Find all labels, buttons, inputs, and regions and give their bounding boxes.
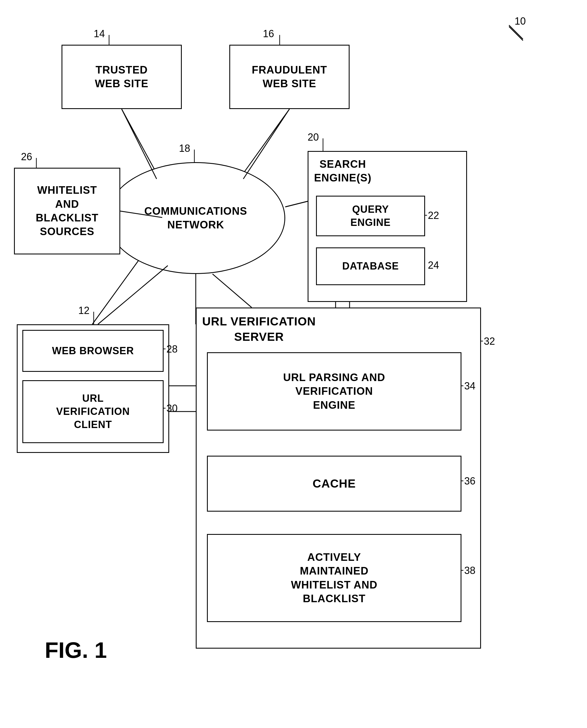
fraudulent-web-site-label: FRAUDULENTWEB SITE	[252, 63, 327, 91]
fraudulent-web-site-box: FRAUDULENTWEB SITE	[229, 45, 350, 109]
ref-16: 16	[263, 28, 274, 40]
svg-line-25	[243, 109, 289, 179]
url-verification-server-label: URL VERIFICATIONSERVER	[202, 314, 316, 344]
svg-line-2	[243, 109, 289, 173]
database-box: DATABASE	[316, 247, 425, 285]
svg-line-1	[122, 109, 157, 173]
ref-26: 26	[21, 151, 32, 163]
ref-18: 18	[179, 143, 190, 154]
fig-label: FIG. 1	[45, 637, 107, 663]
query-engine-label: QUERYENGINE	[350, 203, 391, 229]
web-browser-label: WEB BROWSER	[52, 344, 134, 358]
ref-22: 22	[428, 210, 439, 221]
ref-14: 14	[94, 28, 105, 40]
ref-36: 36	[464, 475, 475, 487]
ref-34: 34	[464, 380, 475, 392]
url-parsing-engine-label: URL PARSING ANDVERIFICATIONENGINE	[283, 371, 385, 412]
communications-network-label: COMMUNICATIONSNETWORK	[144, 204, 247, 232]
whitelist-blacklist-sources-label: WHITELISTANDBLACKLISTSOURCES	[36, 184, 98, 239]
actively-maintained-label: ACTIVELYMAINTAINEDWHITELIST ANDBLACKLIST	[291, 551, 377, 606]
ref-12: 12	[78, 305, 90, 316]
ref-24: 24	[428, 260, 439, 271]
svg-line-0	[509, 25, 523, 39]
ref-10: 10	[515, 15, 526, 27]
diagram: 10 TRUSTEDWEB SITE 14 FRAUDULENTWEB SITE…	[0, 0, 587, 728]
whitelist-blacklist-sources-box: WHITELISTANDBLACKLISTSOURCES	[14, 168, 120, 254]
ref-32: 32	[484, 336, 495, 347]
search-engines-label: SEARCHENGINE(S)	[314, 157, 371, 185]
actively-maintained-box: ACTIVELYMAINTAINEDWHITELIST ANDBLACKLIST	[207, 534, 462, 622]
cache-label: CACHE	[313, 476, 356, 491]
ref-28: 28	[166, 343, 178, 355]
svg-line-27	[285, 201, 308, 207]
url-verification-client-box: URLVERIFICATIONCLIENT	[22, 380, 164, 443]
ref-30: 30	[166, 403, 178, 414]
trusted-web-site-box: TRUSTEDWEB SITE	[62, 45, 182, 109]
svg-line-23	[509, 27, 523, 41]
url-parsing-engine-box: URL PARSING ANDVERIFICATIONENGINE	[207, 352, 462, 431]
ref-20: 20	[308, 131, 319, 143]
url-verification-client-label: URLVERIFICATIONCLIENT	[56, 392, 130, 431]
svg-line-28	[98, 266, 168, 324]
trusted-web-site-label: TRUSTEDWEB SITE	[95, 63, 148, 91]
database-label: DATABASE	[342, 260, 399, 273]
query-engine-box: QUERYENGINE	[316, 196, 425, 236]
svg-line-24	[122, 109, 157, 179]
svg-line-29	[213, 274, 252, 308]
web-browser-box: WEB BROWSER	[22, 330, 164, 372]
cache-box: CACHE	[207, 456, 462, 512]
svg-line-4	[285, 201, 308, 207]
ref-38: 38	[464, 565, 475, 577]
communications-network-ellipse: COMMUNICATIONSNETWORK	[106, 162, 285, 274]
